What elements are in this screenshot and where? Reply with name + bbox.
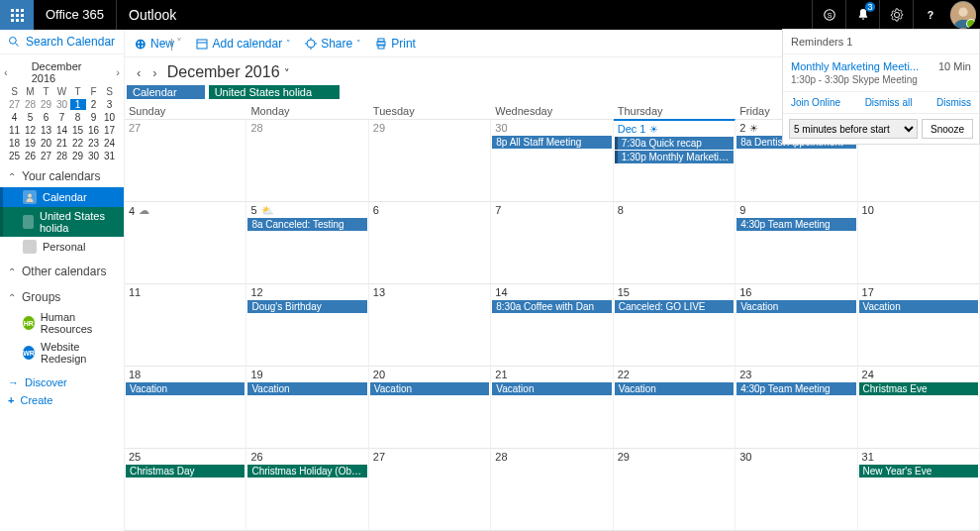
your-calendars-header[interactable]: ⌃Your calendars bbox=[0, 161, 124, 187]
calendar-cell[interactable]: 5⛅8a Canceled: Testing bbox=[246, 202, 368, 284]
calendar-cell[interactable]: 27 bbox=[369, 449, 491, 531]
calendar-event[interactable]: 8:30a Coffee with Dan bbox=[492, 300, 611, 313]
mini-cal-day[interactable]: 4 bbox=[7, 112, 23, 123]
mini-cal-day[interactable]: 5 bbox=[23, 112, 39, 123]
calendar-event[interactable]: Doug's Birthday bbox=[247, 300, 366, 313]
mini-cal-day[interactable]: 23 bbox=[86, 138, 102, 149]
print-button[interactable]: Print bbox=[375, 37, 416, 51]
mini-cal-day[interactable]: 1 bbox=[70, 99, 86, 110]
calendar-event[interactable]: Vacation bbox=[247, 382, 366, 395]
calendar-cell[interactable]: 27 bbox=[125, 120, 246, 202]
mini-cal-day[interactable]: 29 bbox=[70, 151, 86, 161]
reminder-item[interactable]: Monthly Marketing Meeti...10 Min 1:30p -… bbox=[783, 54, 979, 92]
create-link[interactable]: +Create bbox=[0, 391, 124, 409]
mini-cal-day[interactable]: 26 bbox=[23, 151, 39, 161]
calendar-cell[interactable]: 24Christmas Eve bbox=[858, 367, 980, 449]
mini-cal-title[interactable]: December 2016 bbox=[32, 60, 93, 84]
mini-cal-day[interactable]: 16 bbox=[86, 125, 102, 136]
calendar-cell[interactable]: 19Vacation bbox=[246, 367, 368, 449]
next-month-icon[interactable]: › bbox=[150, 65, 158, 80]
calendar-event[interactable]: Christmas Holiday (Observed) bbox=[247, 465, 366, 478]
calendar-cell[interactable]: 26Christmas Holiday (Observed) bbox=[246, 449, 368, 531]
calendar-cell[interactable]: 148:30a Coffee with Dan bbox=[491, 284, 613, 367]
calendar-cell[interactable]: 4☁ bbox=[125, 202, 246, 284]
calendar-event[interactable]: 4:30p Team Meeting bbox=[736, 382, 855, 395]
calendar-cell[interactable]: 12Doug's Birthday bbox=[246, 284, 368, 367]
mini-cal-day[interactable]: 30 bbox=[54, 99, 70, 110]
calendar-cell[interactable]: 6 bbox=[369, 202, 491, 284]
app-launcher-icon[interactable] bbox=[0, 0, 34, 30]
calendar-event[interactable]: Vacation bbox=[492, 382, 611, 395]
calendar-cell[interactable]: 17Vacation bbox=[858, 284, 980, 367]
calendar-cell[interactable]: 28 bbox=[491, 449, 613, 531]
calendar-event[interactable]: Vacation bbox=[736, 300, 855, 313]
skype-icon[interactable]: S bbox=[812, 0, 845, 30]
calendar-event[interactable]: Christmas Eve bbox=[859, 382, 978, 395]
mini-cal-day[interactable]: 19 bbox=[23, 138, 39, 149]
calendar-tab[interactable]: Calendar bbox=[127, 85, 205, 99]
calendar-cell[interactable]: 29 bbox=[369, 120, 491, 202]
calendar-item[interactable]: Personal bbox=[0, 237, 124, 257]
mini-cal-day[interactable]: 22 bbox=[70, 138, 86, 149]
snooze-button[interactable]: Snooze bbox=[922, 119, 973, 139]
mini-cal-day[interactable]: 18 bbox=[7, 138, 23, 149]
share-button[interactable]: Share˅ bbox=[305, 37, 361, 51]
mini-cal-day[interactable]: 31 bbox=[102, 151, 118, 161]
group-item[interactable]: HRHuman Resources bbox=[0, 308, 124, 338]
calendar-cell[interactable]: Dec 1☀7:30a Quick recap1:30p Monthly Mar… bbox=[614, 119, 735, 202]
calendar-event[interactable]: Christmas Day bbox=[126, 465, 245, 478]
help-icon[interactable]: ? bbox=[913, 0, 946, 30]
mini-cal-day[interactable]: 8 bbox=[70, 112, 86, 123]
dismiss-link[interactable]: Dismiss bbox=[936, 97, 971, 108]
month-title[interactable]: December 2016 ˅ bbox=[167, 63, 290, 81]
search-input[interactable]: Search Calendar bbox=[0, 30, 124, 54]
calendar-tab[interactable]: United States holida bbox=[209, 85, 340, 99]
calendar-item[interactable]: Calendar bbox=[0, 187, 124, 207]
mini-cal-day[interactable]: 13 bbox=[39, 125, 54, 136]
add-calendar-button[interactable]: Add calendar˅ bbox=[196, 37, 291, 51]
brand-label[interactable]: Office 365 bbox=[34, 0, 117, 30]
mini-cal-day[interactable]: 25 bbox=[7, 151, 23, 161]
groups-header[interactable]: ⌃Groups bbox=[0, 282, 124, 308]
calendar-event[interactable]: Vacation bbox=[370, 382, 489, 395]
mini-cal-day[interactable]: 15 bbox=[70, 125, 86, 136]
mini-cal-day[interactable]: 28 bbox=[23, 99, 39, 110]
discover-link[interactable]: →Discover bbox=[0, 373, 124, 391]
calendar-event[interactable]: Vacation bbox=[615, 382, 734, 395]
calendar-cell[interactable]: 10 bbox=[858, 202, 980, 284]
snooze-select[interactable]: 5 minutes before start bbox=[789, 119, 918, 139]
mini-cal-day[interactable]: 27 bbox=[7, 99, 23, 110]
calendar-event[interactable]: 1:30p Monthly Marketing Meetin bbox=[615, 151, 734, 163]
mini-cal-day[interactable]: 2 bbox=[86, 99, 102, 110]
mini-cal-day[interactable]: 20 bbox=[39, 138, 54, 149]
calendar-cell[interactable]: 29 bbox=[614, 449, 735, 531]
calendar-cell[interactable]: 18Vacation bbox=[125, 367, 246, 449]
calendar-event[interactable]: 4:30p Team Meeting bbox=[736, 218, 855, 231]
calendar-cell[interactable]: 28 bbox=[246, 120, 368, 202]
calendar-event[interactable]: Canceled: GO LIVE bbox=[615, 300, 734, 313]
calendar-event[interactable]: 8p All Staff Meeting bbox=[492, 136, 611, 149]
mini-cal-day[interactable]: 3 bbox=[102, 99, 118, 110]
calendar-cell[interactable]: 11 bbox=[125, 284, 246, 367]
calendar-cell[interactable]: 30 bbox=[735, 449, 857, 531]
calendar-cell[interactable]: 234:30p Team Meeting bbox=[735, 367, 857, 449]
calendar-cell[interactable]: 25Christmas Day bbox=[125, 449, 246, 531]
calendar-cell[interactable]: 94:30p Team Meeting bbox=[735, 202, 857, 284]
mini-cal-day[interactable]: 11 bbox=[7, 125, 23, 136]
mini-calendar[interactable]: SMTWTFS272829301234567891011121314151617… bbox=[0, 86, 124, 161]
calendar-event[interactable]: 7:30a Quick recap bbox=[615, 137, 734, 150]
mini-cal-day[interactable]: 29 bbox=[39, 99, 54, 110]
calendar-cell[interactable]: 13 bbox=[369, 284, 491, 367]
mini-cal-day[interactable]: 17 bbox=[102, 125, 118, 136]
mini-cal-day[interactable]: 27 bbox=[39, 151, 54, 161]
calendar-event[interactable]: Vacation bbox=[859, 300, 978, 313]
mini-cal-day[interactable]: 24 bbox=[102, 138, 118, 149]
mini-cal-day[interactable]: 21 bbox=[54, 138, 70, 149]
dismiss-all-link[interactable]: Dismiss all bbox=[865, 97, 913, 108]
calendar-cell[interactable]: 20Vacation bbox=[369, 367, 491, 449]
other-calendars-header[interactable]: ⌃Other calendars bbox=[0, 257, 124, 282]
settings-icon[interactable] bbox=[879, 0, 913, 30]
mini-next-icon[interactable]: › bbox=[112, 66, 124, 78]
mini-cal-day[interactable]: 12 bbox=[23, 125, 39, 136]
calendar-cell[interactable]: 7 bbox=[491, 202, 613, 284]
